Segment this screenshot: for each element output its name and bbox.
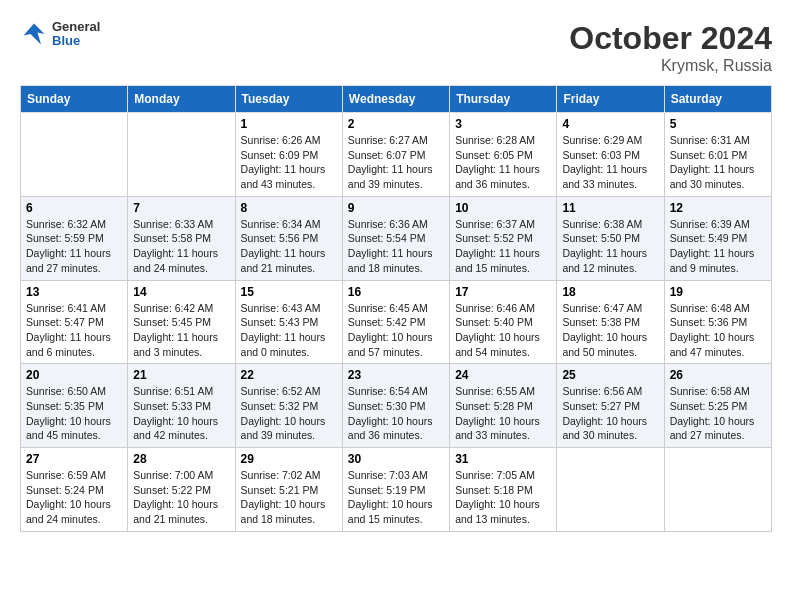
calendar-cell: 13Sunrise: 6:41 AMSunset: 5:47 PMDayligh… xyxy=(21,280,128,364)
day-number: 15 xyxy=(241,285,337,299)
day-number: 20 xyxy=(26,368,122,382)
weekday-header-wednesday: Wednesday xyxy=(342,86,449,113)
cell-details: Sunrise: 6:41 AMSunset: 5:47 PMDaylight:… xyxy=(26,301,122,360)
day-number: 30 xyxy=(348,452,444,466)
calendar-cell: 6Sunrise: 6:32 AMSunset: 5:59 PMDaylight… xyxy=(21,196,128,280)
weekday-header-saturday: Saturday xyxy=(664,86,771,113)
week-row-2: 6Sunrise: 6:32 AMSunset: 5:59 PMDaylight… xyxy=(21,196,772,280)
calendar-cell xyxy=(664,448,771,532)
calendar-cell: 29Sunrise: 7:02 AMSunset: 5:21 PMDayligh… xyxy=(235,448,342,532)
calendar-cell: 30Sunrise: 7:03 AMSunset: 5:19 PMDayligh… xyxy=(342,448,449,532)
week-row-1: 1Sunrise: 6:26 AMSunset: 6:09 PMDaylight… xyxy=(21,113,772,197)
cell-details: Sunrise: 6:27 AMSunset: 6:07 PMDaylight:… xyxy=(348,133,444,192)
cell-details: Sunrise: 6:42 AMSunset: 5:45 PMDaylight:… xyxy=(133,301,229,360)
day-number: 2 xyxy=(348,117,444,131)
day-number: 11 xyxy=(562,201,658,215)
page-header: General Blue October 2024 Krymsk, Russia xyxy=(20,20,772,75)
calendar-cell xyxy=(128,113,235,197)
cell-details: Sunrise: 6:39 AMSunset: 5:49 PMDaylight:… xyxy=(670,217,766,276)
day-number: 17 xyxy=(455,285,551,299)
weekday-header-monday: Monday xyxy=(128,86,235,113)
day-number: 12 xyxy=(670,201,766,215)
cell-details: Sunrise: 6:33 AMSunset: 5:58 PMDaylight:… xyxy=(133,217,229,276)
cell-details: Sunrise: 6:52 AMSunset: 5:32 PMDaylight:… xyxy=(241,384,337,443)
calendar-cell: 21Sunrise: 6:51 AMSunset: 5:33 PMDayligh… xyxy=(128,364,235,448)
weekday-header-tuesday: Tuesday xyxy=(235,86,342,113)
cell-details: Sunrise: 6:59 AMSunset: 5:24 PMDaylight:… xyxy=(26,468,122,527)
calendar-cell: 11Sunrise: 6:38 AMSunset: 5:50 PMDayligh… xyxy=(557,196,664,280)
logo-icon xyxy=(20,20,48,48)
day-number: 13 xyxy=(26,285,122,299)
calendar-cell: 18Sunrise: 6:47 AMSunset: 5:38 PMDayligh… xyxy=(557,280,664,364)
cell-details: Sunrise: 6:43 AMSunset: 5:43 PMDaylight:… xyxy=(241,301,337,360)
day-number: 1 xyxy=(241,117,337,131)
cell-details: Sunrise: 6:51 AMSunset: 5:33 PMDaylight:… xyxy=(133,384,229,443)
day-number: 7 xyxy=(133,201,229,215)
weekday-header-friday: Friday xyxy=(557,86,664,113)
day-number: 8 xyxy=(241,201,337,215)
calendar-cell: 3Sunrise: 6:28 AMSunset: 6:05 PMDaylight… xyxy=(450,113,557,197)
day-number: 16 xyxy=(348,285,444,299)
calendar-cell: 4Sunrise: 6:29 AMSunset: 6:03 PMDaylight… xyxy=(557,113,664,197)
cell-details: Sunrise: 6:38 AMSunset: 5:50 PMDaylight:… xyxy=(562,217,658,276)
calendar-cell: 19Sunrise: 6:48 AMSunset: 5:36 PMDayligh… xyxy=(664,280,771,364)
calendar-cell: 17Sunrise: 6:46 AMSunset: 5:40 PMDayligh… xyxy=(450,280,557,364)
cell-details: Sunrise: 6:32 AMSunset: 5:59 PMDaylight:… xyxy=(26,217,122,276)
calendar-cell: 1Sunrise: 6:26 AMSunset: 6:09 PMDaylight… xyxy=(235,113,342,197)
weekday-header-sunday: Sunday xyxy=(21,86,128,113)
location: Krymsk, Russia xyxy=(569,57,772,75)
day-number: 5 xyxy=(670,117,766,131)
day-number: 3 xyxy=(455,117,551,131)
calendar-cell: 9Sunrise: 6:36 AMSunset: 5:54 PMDaylight… xyxy=(342,196,449,280)
calendar-cell: 16Sunrise: 6:45 AMSunset: 5:42 PMDayligh… xyxy=(342,280,449,364)
calendar-cell: 8Sunrise: 6:34 AMSunset: 5:56 PMDaylight… xyxy=(235,196,342,280)
day-number: 31 xyxy=(455,452,551,466)
cell-details: Sunrise: 6:47 AMSunset: 5:38 PMDaylight:… xyxy=(562,301,658,360)
day-number: 6 xyxy=(26,201,122,215)
day-number: 27 xyxy=(26,452,122,466)
cell-details: Sunrise: 6:55 AMSunset: 5:28 PMDaylight:… xyxy=(455,384,551,443)
svg-marker-0 xyxy=(24,24,45,45)
day-number: 22 xyxy=(241,368,337,382)
cell-details: Sunrise: 6:28 AMSunset: 6:05 PMDaylight:… xyxy=(455,133,551,192)
logo-general: General xyxy=(52,20,100,34)
calendar-cell: 28Sunrise: 7:00 AMSunset: 5:22 PMDayligh… xyxy=(128,448,235,532)
calendar-cell: 23Sunrise: 6:54 AMSunset: 5:30 PMDayligh… xyxy=(342,364,449,448)
cell-details: Sunrise: 7:02 AMSunset: 5:21 PMDaylight:… xyxy=(241,468,337,527)
calendar-table: SundayMondayTuesdayWednesdayThursdayFrid… xyxy=(20,85,772,532)
cell-details: Sunrise: 6:46 AMSunset: 5:40 PMDaylight:… xyxy=(455,301,551,360)
day-number: 19 xyxy=(670,285,766,299)
day-number: 18 xyxy=(562,285,658,299)
weekday-header-row: SundayMondayTuesdayWednesdayThursdayFrid… xyxy=(21,86,772,113)
week-row-3: 13Sunrise: 6:41 AMSunset: 5:47 PMDayligh… xyxy=(21,280,772,364)
cell-details: Sunrise: 6:48 AMSunset: 5:36 PMDaylight:… xyxy=(670,301,766,360)
calendar-cell xyxy=(21,113,128,197)
day-number: 10 xyxy=(455,201,551,215)
day-number: 26 xyxy=(670,368,766,382)
calendar-cell: 26Sunrise: 6:58 AMSunset: 5:25 PMDayligh… xyxy=(664,364,771,448)
week-row-5: 27Sunrise: 6:59 AMSunset: 5:24 PMDayligh… xyxy=(21,448,772,532)
day-number: 24 xyxy=(455,368,551,382)
cell-details: Sunrise: 6:34 AMSunset: 5:56 PMDaylight:… xyxy=(241,217,337,276)
calendar-cell: 7Sunrise: 6:33 AMSunset: 5:58 PMDaylight… xyxy=(128,196,235,280)
calendar-cell: 2Sunrise: 6:27 AMSunset: 6:07 PMDaylight… xyxy=(342,113,449,197)
day-number: 4 xyxy=(562,117,658,131)
cell-details: Sunrise: 7:00 AMSunset: 5:22 PMDaylight:… xyxy=(133,468,229,527)
calendar-cell: 25Sunrise: 6:56 AMSunset: 5:27 PMDayligh… xyxy=(557,364,664,448)
day-number: 23 xyxy=(348,368,444,382)
cell-details: Sunrise: 7:03 AMSunset: 5:19 PMDaylight:… xyxy=(348,468,444,527)
cell-details: Sunrise: 7:05 AMSunset: 5:18 PMDaylight:… xyxy=(455,468,551,527)
calendar-cell: 10Sunrise: 6:37 AMSunset: 5:52 PMDayligh… xyxy=(450,196,557,280)
calendar-cell: 14Sunrise: 6:42 AMSunset: 5:45 PMDayligh… xyxy=(128,280,235,364)
calendar-cell: 22Sunrise: 6:52 AMSunset: 5:32 PMDayligh… xyxy=(235,364,342,448)
title-section: October 2024 Krymsk, Russia xyxy=(569,20,772,75)
cell-details: Sunrise: 6:58 AMSunset: 5:25 PMDaylight:… xyxy=(670,384,766,443)
day-number: 21 xyxy=(133,368,229,382)
logo-text: General Blue xyxy=(52,20,100,49)
logo: General Blue xyxy=(20,20,100,49)
cell-details: Sunrise: 6:54 AMSunset: 5:30 PMDaylight:… xyxy=(348,384,444,443)
week-row-4: 20Sunrise: 6:50 AMSunset: 5:35 PMDayligh… xyxy=(21,364,772,448)
calendar-cell: 12Sunrise: 6:39 AMSunset: 5:49 PMDayligh… xyxy=(664,196,771,280)
cell-details: Sunrise: 6:31 AMSunset: 6:01 PMDaylight:… xyxy=(670,133,766,192)
day-number: 14 xyxy=(133,285,229,299)
